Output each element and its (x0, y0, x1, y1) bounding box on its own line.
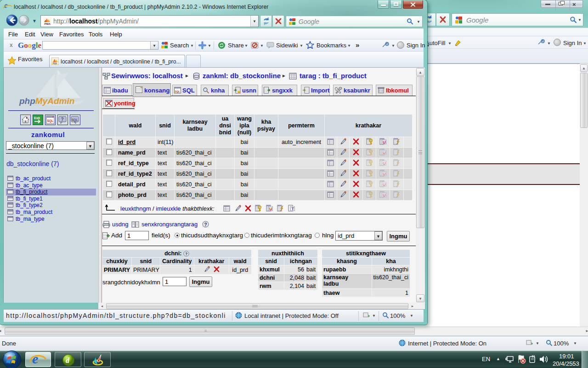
svg-text:?: ? (61, 117, 64, 122)
svg-text:?: ? (185, 252, 187, 256)
svg-text:SQL: SQL (72, 118, 78, 122)
svg-text:Exit: Exit (34, 116, 40, 120)
svg-text:PMA: PMA (45, 23, 51, 25)
svg-text:SQL: SQL (175, 90, 181, 93)
svg-text:SQL: SQL (47, 119, 53, 123)
svg-text:PMA: PMA (53, 63, 57, 65)
svg-text:?: ? (204, 222, 207, 227)
svg-text:T: T (292, 207, 294, 211)
svg-text:d: d (66, 356, 70, 364)
